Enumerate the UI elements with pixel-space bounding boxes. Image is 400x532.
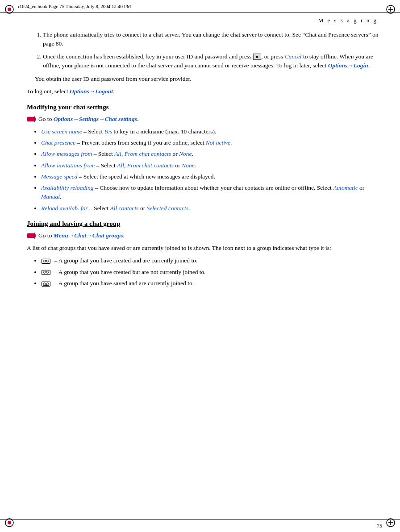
list-item-2-text: Once the connection has been established… (43, 53, 373, 69)
nav-arrow-icon (27, 115, 37, 123)
from-chat-contacts-link-2[interactable]: From chat contacts (127, 162, 174, 169)
chat-group-bullets: – A group that you have created and are … (33, 256, 382, 288)
bullet-allow-messages-from: Allow messages from – Select All, From c… (41, 150, 382, 158)
group-icon-2 (41, 269, 54, 275)
bullet-use-screen-name: Use screen name – Select Yes to key in a… (41, 127, 382, 136)
group-bullet-3: – A group that you have saved and are cu… (41, 279, 382, 288)
reload-availab-term: Reload availab. for (41, 205, 88, 212)
menu-chat-groups-link[interactable]: Menu→Chat→Chat groups (54, 232, 123, 239)
group-bullet-1: – A group that you have created and are … (41, 256, 382, 265)
list-item-2: Once the connection has been established… (43, 52, 382, 71)
page-number: 75 (377, 523, 382, 529)
bullet-message-speed: Message speed – Select the speed at whic… (41, 172, 382, 181)
bullet-allow-invitations-from: Allow invitations from – Select All, Fro… (41, 161, 382, 170)
chat-presence-term: Chat presence (41, 139, 75, 146)
svg-marker-13 (34, 233, 36, 239)
nav-text: Go to Options→Settings→Chat settings. (38, 115, 138, 124)
availability-reloading-term: Availability reloading (41, 184, 94, 191)
svg-rect-18 (42, 270, 50, 275)
svg-rect-24 (43, 285, 49, 286)
selected-contacts-link[interactable]: Selected contacts (147, 205, 188, 212)
svg-point-15 (44, 260, 46, 262)
allow-invitations-term: Allow invitations from (41, 162, 95, 169)
all-contacts-link[interactable]: All contacts (110, 205, 139, 212)
header-file-info: r1024_en.book Page 75 Thursday, July 8, … (18, 4, 131, 9)
chat-group-intro: A list of chat groups that you have save… (27, 244, 382, 253)
all-link-2[interactable]: All (117, 162, 124, 169)
yes-link[interactable]: Yes (104, 128, 112, 135)
svg-point-20 (46, 271, 49, 274)
list-item-1: The phone automatically tries to connect… (43, 30, 382, 49)
options-logout-link[interactable]: Options→Logout (70, 88, 113, 95)
none-link-1[interactable]: None (179, 150, 192, 157)
group-icon-3 (41, 280, 54, 287)
svg-rect-10 (27, 117, 34, 121)
section-heading-chat-settings: Modifying your chat settings (27, 103, 382, 112)
bullet-availability-reloading: Availability reloading – Choose how to u… (41, 183, 382, 202)
svg-point-22 (44, 283, 46, 285)
group-icon-1 (41, 257, 54, 264)
chat-settings-bullets: Use screen name – Select Yes to key in a… (33, 127, 382, 213)
nav-instruction-chat-settings: Go to Options→Settings→Chat settings. (27, 115, 382, 124)
from-chat-contacts-link-1[interactable]: From chat contacts (125, 150, 171, 157)
options-login-link[interactable]: Options→Login (328, 62, 368, 69)
logout-instruction: To log out, select Options→Logout. (27, 87, 382, 96)
svg-marker-11 (34, 116, 36, 122)
header-bar: r1024_en.book Page 75 Thursday, July 8, … (0, 0, 400, 12)
list-item-1-text: The phone automatically tries to connect… (43, 31, 379, 47)
not-active-link[interactable]: Not active (206, 139, 230, 146)
svg-point-16 (46, 260, 49, 262)
none-link-2[interactable]: None (182, 162, 195, 169)
manual-link[interactable]: Manual (41, 193, 60, 200)
allow-messages-term: Allow messages from (41, 150, 92, 157)
main-content: M e s s a g i n g The phone automaticall… (27, 12, 382, 520)
bullet-chat-presence: Chat presence – Prevent others from seei… (41, 138, 382, 147)
page-title: M e s s a g i n g (27, 17, 382, 24)
keyboard-button: ■ (253, 54, 261, 60)
automatic-link[interactable]: Automatic (333, 184, 358, 191)
svg-rect-12 (27, 233, 34, 238)
message-speed-term: Message speed (41, 173, 77, 180)
nav-arrow-icon-2 (27, 232, 37, 240)
footer-bar: 75 (0, 520, 400, 532)
use-screen-name-term: Use screen name (41, 128, 82, 135)
all-link-1[interactable]: All (114, 150, 121, 157)
svg-point-23 (46, 283, 49, 285)
options-settings-chat-link[interactable]: Options→Settings→Chat settings (54, 116, 137, 122)
section-heading-chat-group: Joining and leaving a chat group (27, 219, 382, 229)
bullet-reload-availab-for: Reload availab. for – Select All contact… (41, 204, 382, 213)
user-id-note: You obtain the user ID and password from… (35, 75, 382, 83)
group-bullet-2: – A group that you have created but are … (41, 268, 382, 277)
numbered-list: The phone automatically tries to connect… (35, 30, 382, 70)
cancel-link[interactable]: Cancel (284, 53, 301, 60)
nav-text-chat-group: Go to Menu→Chat→Chat groups. (38, 231, 125, 240)
svg-point-19 (44, 271, 46, 274)
nav-instruction-chat-group: Go to Menu→Chat→Chat groups. (27, 231, 382, 240)
